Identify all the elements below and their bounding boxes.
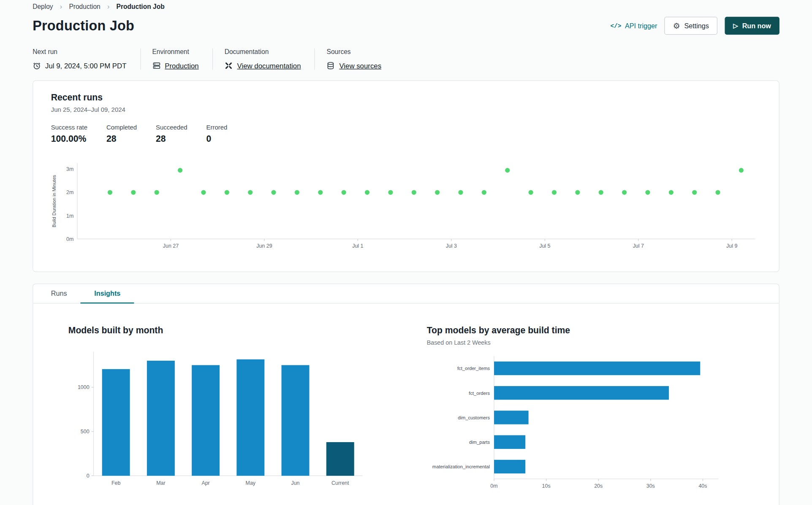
svg-text:Feb: Feb (111, 480, 121, 486)
svg-text:Current: Current (331, 480, 349, 486)
svg-text:1000: 1000 (78, 384, 90, 390)
breadcrumb-separator: › (107, 3, 109, 11)
stat-label: Succeeded (156, 124, 187, 131)
production-job-page: Deploy › Production › Production Job Pro… (0, 0, 812, 505)
scatter-point (669, 190, 673, 194)
job-meta-row: Next run Jul 9, 2024, 5:00 PM PDT Enviro… (33, 49, 779, 70)
scatter-point (435, 190, 440, 194)
stat-value: 0 (206, 134, 227, 144)
bar-Apr (192, 365, 220, 475)
hbar-materialization_incremental (494, 460, 525, 473)
page-title: Production Job (33, 18, 134, 34)
scatter-point (412, 190, 416, 194)
scatter-point (225, 190, 229, 194)
scatter-point (388, 190, 393, 194)
play-icon: ▷ (733, 23, 738, 29)
scatter-point (295, 190, 299, 194)
breadcrumb-item-production[interactable]: Production (69, 3, 100, 10)
hbar-dim_customers (494, 410, 529, 424)
runs-insights-card: Runs Insights Models built by month 0500… (33, 284, 779, 505)
svg-text:Jul 3: Jul 3 (446, 243, 457, 249)
settings-button[interactable]: ⚙ Settings (665, 17, 717, 35)
scatter-point (131, 190, 136, 194)
scatter-point (715, 190, 720, 194)
stat-errored: Errored 0 (206, 124, 227, 145)
scatter-point (622, 190, 627, 194)
scatter-point (482, 190, 486, 194)
svg-text:Jun 29: Jun 29 (256, 243, 272, 249)
bar-May (236, 359, 264, 476)
meta-label: Environment (152, 49, 198, 56)
scatter-point (201, 190, 206, 194)
svg-text:0m: 0m (66, 236, 73, 242)
stat-value: 100.00% (51, 134, 87, 144)
code-icon: </> (610, 22, 621, 29)
svg-text:Jul 7: Jul 7 (633, 243, 644, 249)
recent-runs-title: Recent runs (51, 92, 761, 103)
svg-text:Apr: Apr (201, 480, 209, 486)
svg-text:fct_orders: fct_orders (469, 391, 490, 396)
environment-link[interactable]: Production (165, 62, 198, 70)
svg-text:Jul 1: Jul 1 (352, 243, 363, 249)
top-models-title: Top models by average build time (427, 326, 763, 336)
scatter-point (365, 190, 369, 194)
recent-runs-date-range: Jun 25, 2024–Jul 09, 2024 (51, 106, 761, 113)
gear-icon: ⚙ (673, 22, 680, 30)
hbar-dim_parts (494, 435, 525, 449)
scatter-point (271, 190, 276, 194)
settings-label: Settings (684, 22, 709, 30)
svg-text:Build Duration in Minutes: Build Duration in Minutes (52, 175, 57, 227)
meta-label: Sources (327, 49, 382, 56)
svg-text:2m: 2m (66, 189, 73, 195)
scatter-point (108, 190, 112, 194)
api-trigger-link[interactable]: </> API trigger (610, 22, 657, 30)
scatter-point (342, 190, 346, 194)
stat-succeeded: Succeeded 28 (156, 124, 187, 145)
page-header: Production Job </> API trigger ⚙ Setting… (33, 17, 779, 35)
svg-text:Jul 9: Jul 9 (726, 243, 737, 249)
stat-label: Errored (206, 124, 227, 131)
tab-insights[interactable]: Insights (81, 284, 134, 303)
meta-documentation: Documentation View documentation (212, 49, 315, 70)
tab-runs[interactable]: Runs (37, 284, 81, 303)
bar-Current (326, 442, 354, 476)
recent-runs-card: Recent runs Jun 25, 2024–Jul 09, 2024 Su… (33, 80, 779, 272)
svg-text:materialization_incremental: materialization_incremental (432, 464, 490, 469)
meta-environment: Environment Production (140, 49, 212, 70)
scatter-point (458, 190, 463, 194)
stat-value: 28 (156, 134, 187, 144)
svg-text:3m: 3m (66, 166, 73, 172)
sources-link[interactable]: View sources (339, 62, 381, 70)
bar-Jun (282, 365, 310, 475)
sources-icon (327, 62, 335, 70)
models-by-month-chart: 05001000FebMarAprMayJunCurrent (68, 348, 384, 495)
svg-text:500: 500 (81, 429, 90, 435)
clock-icon (33, 62, 41, 70)
svg-text:May: May (246, 480, 256, 486)
svg-text:dim_parts: dim_parts (469, 440, 490, 445)
svg-text:Mar: Mar (156, 480, 165, 486)
run-now-button[interactable]: ▷ Run now (725, 17, 779, 35)
scatter-point (739, 168, 744, 173)
breadcrumb-item-deploy[interactable]: Deploy (33, 3, 53, 10)
bar-Feb (102, 369, 130, 476)
svg-text:Jul 5: Jul 5 (539, 243, 550, 249)
svg-text:dim_customers: dim_customers (458, 415, 490, 420)
documentation-icon (225, 62, 233, 70)
stat-success-rate: Success rate 100.00% (51, 124, 87, 145)
svg-text:1m: 1m (66, 213, 73, 219)
api-trigger-label: API trigger (625, 22, 657, 30)
bar-Mar (147, 361, 175, 476)
insights-charts: Models built by month 05001000FebMarAprM… (33, 303, 779, 500)
svg-text:Jun 27: Jun 27 (163, 243, 179, 249)
scatter-point (645, 190, 650, 194)
scatter-point (575, 190, 580, 194)
top-models-subtitle: Based on Last 2 Weeks (427, 339, 763, 346)
breadcrumb-item-current: Production Job (117, 3, 165, 10)
header-actions: </> API trigger ⚙ Settings ▷ Run now (610, 17, 779, 35)
meta-sources: Sources View sources (315, 49, 395, 70)
svg-text:10s: 10s (542, 483, 551, 489)
stat-label: Success rate (51, 124, 87, 131)
models-by-month-panel: Models built by month 05001000FebMarAprM… (68, 326, 395, 500)
documentation-link[interactable]: View documentation (237, 62, 301, 70)
